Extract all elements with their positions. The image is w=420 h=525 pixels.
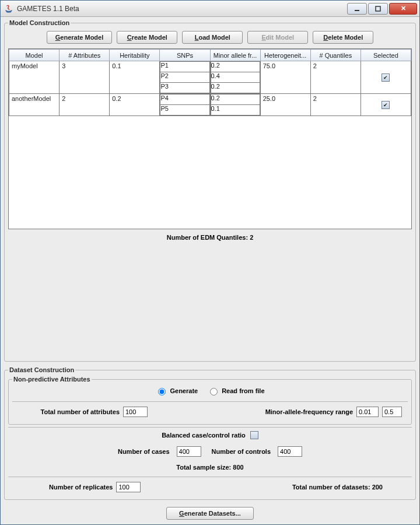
sub-cell: P4 <box>160 94 209 105</box>
cases-controls-row: Number of cases Number of controls <box>8 442 412 459</box>
models-col-header[interactable]: # Attributes <box>60 50 110 61</box>
models-col-header[interactable]: SNPs <box>160 50 210 61</box>
selected-checkbox[interactable] <box>382 74 390 82</box>
maf-cell: 0.20.1 <box>210 94 260 116</box>
models-table: Model# AttributesHeritabilitySNPsMinor a… <box>9 49 411 116</box>
selected-cell <box>360 61 411 94</box>
replicates-input[interactable] <box>116 482 141 492</box>
quantiles-cell: 2 <box>310 61 360 94</box>
snps-cell: P4P5 <box>160 94 210 116</box>
btn-label: elete Model <box>328 34 363 41</box>
radio-generate-input[interactable] <box>158 388 166 396</box>
window-controls: ✕ <box>346 3 417 15</box>
models-col-header[interactable]: Selected <box>360 50 411 61</box>
attr-row: Total number of attributes Minor-allele-… <box>12 403 408 421</box>
table-row[interactable]: anotherModel20.2P4P50.20.125.02 <box>9 94 411 116</box>
sub-cell: P5 <box>160 105 209 116</box>
models-col-header[interactable]: Model <box>9 50 60 61</box>
java-icon <box>4 4 13 13</box>
content-area: Model Construction Generate Model Create… <box>1 17 419 524</box>
radio-readfile-input[interactable] <box>210 388 218 396</box>
minimize-button[interactable] <box>347 3 367 15</box>
controls-label: Number of controls <box>208 448 271 455</box>
model-cell: myModel <box>9 61 60 94</box>
heterogeneity-cell: 25.0 <box>260 94 310 116</box>
titlebar: GAMETES 1.1 Beta ✕ <box>1 1 419 17</box>
models-col-header[interactable]: Heterogeneit... <box>260 50 310 61</box>
sub-cell: P2 <box>160 72 209 83</box>
window-title: GAMETES 1.1 Beta <box>17 5 346 13</box>
sub-cell: 0.4 <box>211 72 260 83</box>
load-model-button[interactable]: Load Model <box>182 31 243 44</box>
model-construction-title: Model Construction <box>8 19 71 26</box>
generate-model-button[interactable]: Generate Model <box>47 31 113 44</box>
total-datasets-label: Total number of datasets: 200 <box>216 484 406 491</box>
svg-rect-0 <box>355 10 359 11</box>
dataset-construction-group: Dataset Construction Non-predictive Attr… <box>4 366 416 500</box>
sub-cell: 0.2 <box>211 62 260 72</box>
total-sample-label: Total sample size: 800 <box>8 459 412 475</box>
balanced-checkbox[interactable] <box>250 431 258 439</box>
model-construction-group: Model Construction Generate Model Create… <box>4 19 416 362</box>
btn-label: reate Model <box>132 34 167 41</box>
app-window: GAMETES 1.1 Beta ✕ Model Construction Ge… <box>0 0 420 525</box>
generate-datasets-button[interactable]: Generate Datasets... <box>166 507 254 520</box>
non-predictive-title: Non-predictive Attributes <box>12 376 92 383</box>
attr-mode-radio-group: Generate Read from file <box>12 385 408 400</box>
edm-quantiles-label: Number of EDM Quantiles: 2 <box>8 229 412 244</box>
controls-input[interactable] <box>278 446 302 457</box>
selected-checkbox[interactable] <box>382 101 390 109</box>
balanced-label: Balanced case/control ratio <box>162 432 250 439</box>
maf-high-input[interactable] <box>382 407 402 417</box>
btn-label: enerate Model <box>60 34 103 41</box>
dataset-construction-title: Dataset Construction <box>8 366 75 373</box>
sub-cell: 0.2 <box>211 94 260 105</box>
radio-generate-label: Generate <box>170 387 198 394</box>
radio-readfile-label: Read from file <box>222 387 264 394</box>
cases-input[interactable] <box>177 446 201 457</box>
radio-readfile[interactable]: Read from file <box>207 386 264 396</box>
heritability-cell: 0.2 <box>110 94 160 116</box>
maf-cell: 0.20.40.2 <box>210 61 260 94</box>
radio-generate[interactable]: Generate <box>155 386 198 396</box>
attributes-cell: 2 <box>60 94 110 116</box>
btn-label: oad Model <box>198 34 230 41</box>
non-predictive-group: Non-predictive Attributes Generate Read … <box>8 376 412 425</box>
heritability-cell: 0.1 <box>110 61 160 94</box>
models-col-header[interactable]: Minor allele fr... <box>210 50 260 61</box>
models-header-row: Model# AttributesHeritabilitySNPsMinor a… <box>9 50 411 61</box>
sub-cell: P1 <box>160 62 209 72</box>
models-table-wrap: Model# AttributesHeritabilitySNPsMinor a… <box>8 48 412 229</box>
heterogeneity-cell: 75.0 <box>260 61 310 94</box>
maf-range-label: Minor-allele-frequency range <box>265 408 356 415</box>
create-model-button[interactable]: Create Model <box>117 31 177 44</box>
sub-cell: 0.2 <box>211 83 260 93</box>
quantiles-cell: 2 <box>310 94 360 116</box>
snps-cell: P1P2P3 <box>160 61 210 94</box>
total-attr-label: Total number of attributes <box>18 408 123 415</box>
models-col-header[interactable]: Heritability <box>110 50 160 61</box>
table-row[interactable]: myModel30.1P1P2P30.20.40.275.02 <box>9 61 411 94</box>
sub-cell: 0.1 <box>211 105 260 116</box>
selected-cell <box>360 94 411 116</box>
btn-label: enerate Datasets... <box>184 510 241 517</box>
models-col-header[interactable]: # Quantiles <box>310 50 360 61</box>
model-cell: anotherModel <box>9 94 60 116</box>
maf-low-input[interactable] <box>356 407 379 417</box>
btn-label: dit Model <box>266 34 294 41</box>
attributes-cell: 3 <box>60 61 110 94</box>
maximize-button[interactable] <box>368 3 388 15</box>
svg-rect-1 <box>376 6 380 11</box>
cases-label: Number of cases <box>118 448 170 455</box>
delete-model-button[interactable]: Delete Model <box>313 31 373 44</box>
model-toolbar: Generate Model Create Model Load Model E… <box>8 29 412 48</box>
total-attr-input[interactable] <box>123 407 148 417</box>
close-button[interactable]: ✕ <box>389 3 417 15</box>
balanced-row: Balanced case/control ratio <box>8 429 412 442</box>
replicates-label: Number of replicates <box>49 484 116 491</box>
generate-datasets-row: Generate Datasets... <box>4 503 416 521</box>
sub-cell: P3 <box>160 83 209 93</box>
edit-model-button: Edit Model <box>247 31 308 44</box>
replicates-row: Number of replicates Total number of dat… <box>8 478 412 496</box>
